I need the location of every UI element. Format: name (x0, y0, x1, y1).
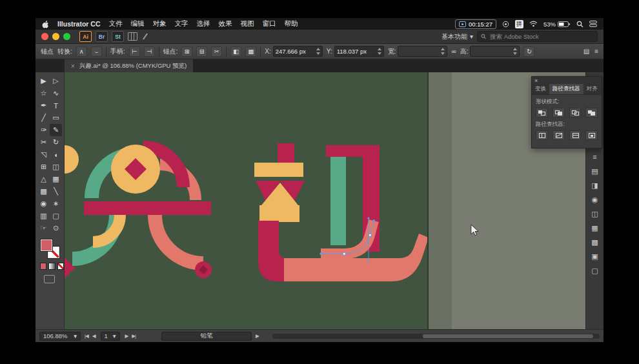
menu-item-select[interactable]: 选择 (197, 19, 210, 28)
color-mode-button[interactable] (40, 263, 46, 270)
align-options-button[interactable]: ▦ (245, 46, 256, 57)
width-input[interactable] (398, 46, 447, 57)
pathfinder-trim-button[interactable] (553, 130, 565, 140)
menu-item-file[interactable]: 文件 (109, 19, 123, 28)
menu-item-window[interactable]: 窗口 (263, 19, 276, 28)
transform-options-button[interactable]: ↻ (523, 46, 534, 57)
pathfinder-crop-button[interactable] (585, 130, 598, 140)
shape-mode-exclude-button[interactable] (585, 108, 598, 117)
lasso-tool[interactable]: ∿ (50, 87, 62, 99)
horizontal-scrollbar[interactable] (272, 334, 600, 339)
pathfinder-divide-button[interactable] (536, 130, 548, 140)
pencil-tool[interactable]: ✎ (50, 124, 62, 136)
cut-path-button[interactable]: ✂ (211, 46, 222, 57)
fill-color-swatch[interactable] (41, 239, 52, 251)
rectangle-tool[interactable]: ▭ (50, 112, 62, 124)
battery-status[interactable]: 53% (543, 21, 571, 28)
panel-menu-icon[interactable]: ≡ (593, 154, 596, 161)
artboard-navigation-select[interactable]: 1 ▾ (101, 332, 120, 341)
y-position-input[interactable]: 118.037 px (334, 46, 384, 57)
layers-panel-icon[interactable]: ▣ (591, 253, 598, 260)
symbols-panel-icon[interactable]: ▦ (591, 225, 598, 232)
menu-item-help[interactable]: 帮助 (285, 19, 298, 28)
app-name[interactable]: Illustrator CC (57, 20, 101, 28)
canvas[interactable] (65, 72, 585, 329)
direct-selection-tool[interactable]: ▷ (50, 75, 62, 87)
add-anchor-button[interactable]: ⊞ (181, 46, 192, 57)
isolate-selection-button[interactable]: ◧ (230, 46, 241, 57)
link-dimensions-icon[interactable]: ∞ (451, 48, 456, 55)
next-artboard-button[interactable]: ▶ (125, 333, 128, 339)
document-tab[interactable]: × 兴趣.ai* @ 106.88% (CMYK/GPU 预览) (65, 59, 194, 72)
tab-align[interactable]: 对齐 (583, 84, 601, 94)
x-position-input[interactable]: 247.666 px (273, 46, 323, 57)
search-input[interactable] (489, 32, 594, 41)
column-graph-tool[interactable]: ▥ (37, 210, 50, 222)
width-tool[interactable]: ◖ (50, 148, 62, 161)
stepper-arrows-icon[interactable] (378, 48, 382, 55)
rotate-tool[interactable]: ↻ (50, 136, 62, 148)
previous-artboard-button[interactable]: ◀ (92, 333, 96, 339)
stock-button[interactable]: St (112, 31, 124, 42)
tab-pathfinder[interactable]: 路径查找器 (549, 84, 583, 94)
shape-builder-tool[interactable]: ◫ (50, 161, 62, 173)
apple-logo-icon[interactable] (42, 20, 49, 28)
menu-item-object[interactable]: 对象 (153, 19, 167, 28)
magic-wand-tool[interactable]: ☆ (37, 87, 50, 99)
bridge-button[interactable]: Br (96, 31, 108, 42)
shape-mode-minus-front-button[interactable] (553, 108, 565, 117)
wifi-icon[interactable] (529, 21, 538, 27)
last-artboard-button[interactable]: ▶| (132, 333, 136, 339)
screen-recording-timer[interactable]: 00:15:27 (455, 19, 496, 29)
artwork-兴趣[interactable] (65, 72, 585, 329)
scrollbar-thumb[interactable] (423, 334, 593, 338)
scissors-tool[interactable]: ✂ (37, 136, 50, 148)
panel-dock-icon[interactable]: ▤ (583, 48, 589, 55)
pen-tool[interactable]: ✒ (37, 99, 50, 112)
close-tab-icon[interactable]: × (71, 63, 75, 70)
stepper-arrows-icon[interactable] (316, 48, 321, 55)
show-handles-button[interactable]: ⊢ (129, 46, 140, 57)
blend-tool[interactable]: ◉ (37, 197, 50, 210)
scale-tool[interactable]: ◹ (37, 148, 50, 161)
zoom-button[interactable] (63, 33, 70, 40)
stepper-arrows-icon[interactable] (441, 48, 445, 55)
selection-tool[interactable]: ▶ (37, 75, 50, 87)
convert-to-smooth-button[interactable]: ⌣ (91, 46, 102, 57)
adobe-stock-searchbox[interactable] (477, 31, 598, 42)
input-method-icon[interactable]: 拼 (515, 20, 523, 28)
tab-transform[interactable]: 变换 (532, 84, 549, 94)
hide-handles-button[interactable]: ⊣ (144, 46, 155, 57)
spotlight-search-icon[interactable] (576, 21, 583, 28)
height-input[interactable] (470, 46, 520, 57)
pathfinder-merge-button[interactable] (569, 130, 582, 140)
menu-item-type[interactable]: 文字 (175, 19, 188, 28)
workspace-switcher[interactable]: 基本功能 ▾ (441, 32, 473, 41)
type-tool[interactable]: T (50, 99, 62, 112)
artboard-tool[interactable]: ▢ (50, 210, 62, 222)
first-artboard-button[interactable]: |◀ (85, 333, 88, 339)
zoom-level-select[interactable]: 106.88% ▾ (39, 332, 81, 341)
control-panel-menu-icon[interactable]: ≡ (594, 48, 598, 55)
gradient-mode-button[interactable] (48, 263, 55, 270)
brushes-panel-icon[interactable]: ▩ (591, 239, 598, 246)
hand-tool[interactable]: ☞ (37, 222, 50, 234)
control-center-icon[interactable] (589, 21, 597, 27)
minimize-button[interactable] (52, 33, 59, 40)
stepper-arrows-icon[interactable] (513, 48, 518, 55)
mesh-tool[interactable]: ▦ (50, 173, 62, 185)
line-segment-tool[interactable]: ╱ (37, 112, 50, 124)
paintbrush-tool[interactable]: ✑ (37, 124, 50, 136)
symbol-sprayer-tool[interactable]: ∗ (50, 197, 62, 210)
gradient-tool[interactable]: ▩ (37, 185, 50, 197)
close-button[interactable] (41, 33, 48, 40)
swatches-panel-icon[interactable]: ◫ (591, 210, 598, 217)
close-panel-icon[interactable]: × (534, 77, 538, 84)
menu-item-effect[interactable]: 效果 (219, 19, 232, 28)
none-mode-button[interactable] (57, 263, 64, 270)
color-guide-panel-icon[interactable]: ◨ (591, 182, 598, 189)
touch-workspace-icon[interactable] (141, 33, 150, 40)
eyedropper-tool[interactable]: ╲ (50, 185, 62, 197)
menu-item-edit[interactable]: 编辑 (131, 19, 145, 28)
menu-item-view[interactable]: 视图 (241, 19, 254, 28)
